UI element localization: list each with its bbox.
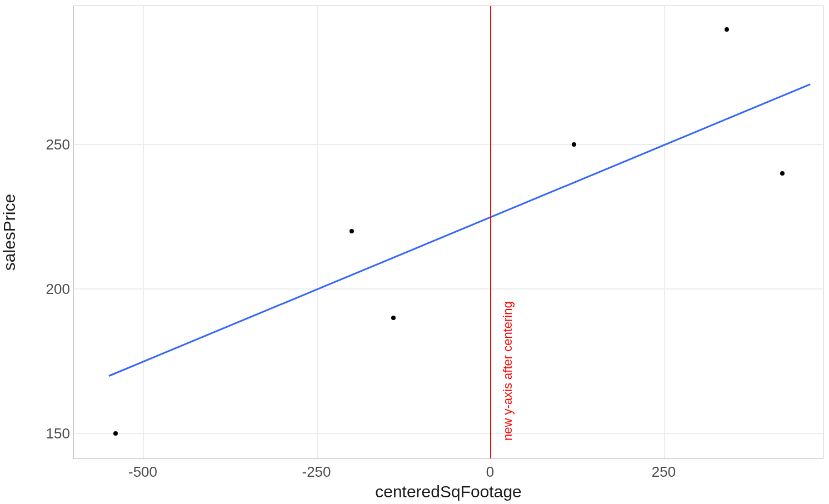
data-point [725,27,729,32]
grid-line-v [664,6,665,459]
data-point [113,431,118,436]
y-tick-label: 200 [20,281,70,298]
y-axis-title: salesPrice [0,6,21,459]
x-tick-label: -500 [109,463,176,481]
grid-line-v [143,6,144,459]
y-tick-label: 150 [20,425,70,442]
data-point [349,229,354,233]
x-tick-label: -250 [283,463,350,481]
data-point [391,316,396,320]
regression-line [108,83,811,377]
x-tick-label: 0 [457,463,523,481]
annotation-text: new y-axis after centering [501,302,515,441]
plot-panel: new y-axis after centering [73,6,823,459]
x-axis-title: centeredSqFootage [73,482,823,501]
reference-vline [490,6,491,458]
data-point [780,171,785,176]
grid-line-v [317,6,318,459]
grid-line-h [74,288,823,290]
scatter-chart: new y-axis after centering centeredSqFoo… [0,0,829,504]
x-tick-label: 250 [631,463,697,481]
grid-line-h [74,433,823,434]
data-point [572,142,576,147]
y-tick-label: 250 [20,136,70,153]
grid-line-h [74,144,823,145]
